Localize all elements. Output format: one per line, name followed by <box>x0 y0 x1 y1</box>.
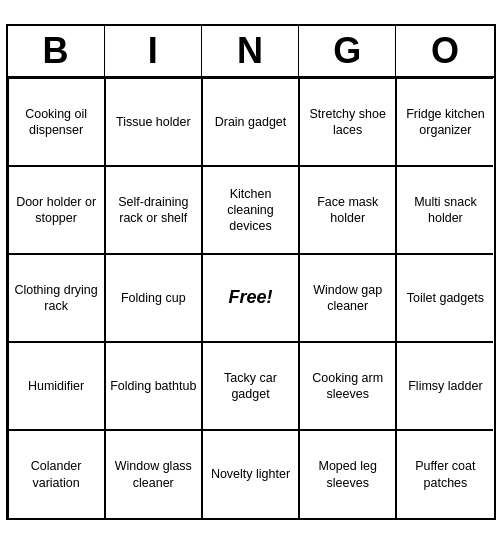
bingo-cell: Colander variation <box>8 430 105 518</box>
bingo-cell: Window glass cleaner <box>105 430 202 518</box>
bingo-letter: G <box>299 26 396 76</box>
bingo-cell: Novelty lighter <box>202 430 299 518</box>
bingo-cell: Stretchy shoe laces <box>299 78 396 166</box>
bingo-cell: Puffer coat patches <box>396 430 493 518</box>
bingo-cell: Face mask holder <box>299 166 396 254</box>
bingo-cell: Clothing drying rack <box>8 254 105 342</box>
bingo-cell: Multi snack holder <box>396 166 493 254</box>
bingo-cell: Self-draining rack or shelf <box>105 166 202 254</box>
bingo-letter: I <box>105 26 202 76</box>
bingo-header: BINGO <box>8 26 494 78</box>
free-cell: Free! <box>202 254 299 342</box>
bingo-cell: Tissue holder <box>105 78 202 166</box>
bingo-letter: N <box>202 26 299 76</box>
bingo-cell: Door holder or stopper <box>8 166 105 254</box>
bingo-cell: Humidifier <box>8 342 105 430</box>
bingo-cell: Cooking oil dispenser <box>8 78 105 166</box>
bingo-cell: Fridge kitchen organizer <box>396 78 493 166</box>
bingo-cell: Kitchen cleaning devices <box>202 166 299 254</box>
bingo-cell: Folding bathtub <box>105 342 202 430</box>
bingo-cell: Flimsy ladder <box>396 342 493 430</box>
bingo-letter: B <box>8 26 105 76</box>
bingo-cell: Moped leg sleeves <box>299 430 396 518</box>
bingo-card: BINGO Cooking oil dispenserTissue holder… <box>6 24 496 520</box>
bingo-cell: Drain gadget <box>202 78 299 166</box>
bingo-grid: Cooking oil dispenserTissue holderDrain … <box>8 78 494 518</box>
bingo-letter: O <box>396 26 493 76</box>
bingo-cell: Cooking arm sleeves <box>299 342 396 430</box>
bingo-cell: Folding cup <box>105 254 202 342</box>
bingo-cell: Toilet gadgets <box>396 254 493 342</box>
bingo-cell: Tacky car gadget <box>202 342 299 430</box>
bingo-cell: Window gap cleaner <box>299 254 396 342</box>
